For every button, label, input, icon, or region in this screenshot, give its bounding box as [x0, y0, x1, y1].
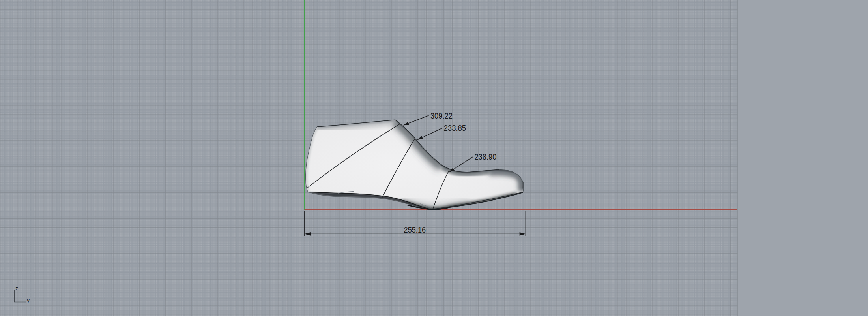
svg-text:233.85: 233.85 — [444, 123, 466, 132]
svg-text:309.22: 309.22 — [430, 111, 453, 120]
svg-text:z: z — [16, 286, 18, 291]
svg-text:238.90: 238.90 — [474, 152, 496, 161]
svg-text:y: y — [27, 298, 30, 303]
svg-text:255.16: 255.16 — [404, 225, 426, 234]
